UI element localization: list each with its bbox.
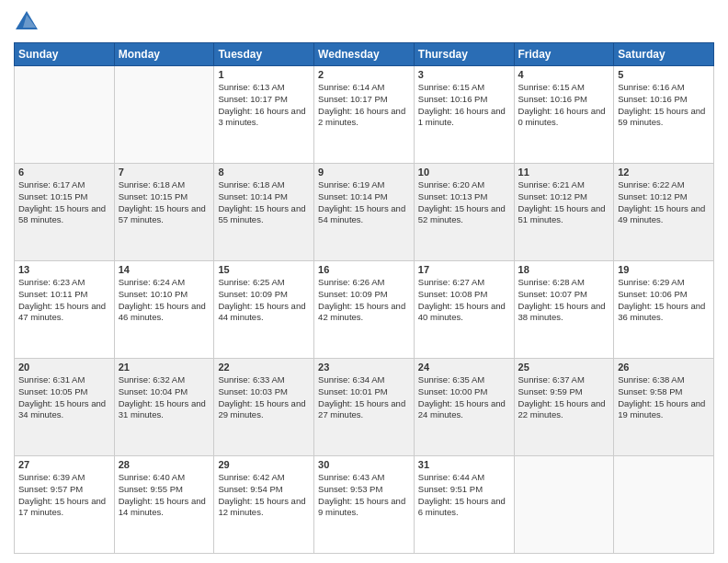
day-info: Sunrise: 6:37 AM Sunset: 9:59 PM Dayligh…	[518, 374, 610, 421]
day-cell	[614, 456, 714, 554]
calendar-table: SundayMondayTuesdayWednesdayThursdayFrid…	[14, 42, 714, 554]
weekday-wednesday: Wednesday	[314, 43, 415, 66]
weekday-saturday: Saturday	[614, 43, 714, 66]
day-info: Sunrise: 6:14 AM Sunset: 10:17 PM Daylig…	[318, 82, 410, 129]
day-cell: 8Sunrise: 6:18 AM Sunset: 10:14 PM Dayli…	[214, 164, 314, 261]
day-cell: 9Sunrise: 6:19 AM Sunset: 10:14 PM Dayli…	[314, 164, 415, 261]
day-info: Sunrise: 6:28 AM Sunset: 10:07 PM Daylig…	[518, 277, 610, 324]
day-info: Sunrise: 6:24 AM Sunset: 10:10 PM Daylig…	[119, 277, 210, 324]
day-info: Sunrise: 6:18 AM Sunset: 10:14 PM Daylig…	[218, 179, 310, 226]
day-cell: 22Sunrise: 6:33 AM Sunset: 10:03 PM Dayl…	[214, 359, 314, 456]
weekday-sunday: Sunday	[15, 43, 115, 66]
day-cell: 28Sunrise: 6:40 AM Sunset: 9:55 PM Dayli…	[114, 456, 214, 554]
weekday-monday: Monday	[114, 43, 214, 66]
day-cell: 7Sunrise: 6:18 AM Sunset: 10:15 PM Dayli…	[114, 164, 214, 261]
day-number: 23	[318, 362, 410, 373]
page: SundayMondayTuesdayWednesdayThursdayFrid…	[0, 0, 728, 563]
weekday-thursday: Thursday	[414, 43, 514, 66]
day-number: 12	[618, 167, 710, 178]
day-number: 27	[18, 459, 110, 470]
day-cell: 19Sunrise: 6:29 AM Sunset: 10:06 PM Dayl…	[614, 261, 714, 359]
day-number: 18	[518, 264, 610, 275]
day-info: Sunrise: 6:25 AM Sunset: 10:09 PM Daylig…	[218, 277, 310, 324]
day-info: Sunrise: 6:27 AM Sunset: 10:08 PM Daylig…	[418, 277, 510, 324]
week-row-3: 20Sunrise: 6:31 AM Sunset: 10:05 PM Dayl…	[15, 359, 714, 456]
day-cell	[114, 66, 214, 164]
logo-icon	[14, 9, 40, 35]
day-number: 9	[318, 167, 410, 178]
day-cell: 21Sunrise: 6:32 AM Sunset: 10:04 PM Dayl…	[114, 359, 214, 456]
day-cell: 1Sunrise: 6:13 AM Sunset: 10:17 PM Dayli…	[214, 66, 314, 164]
day-info: Sunrise: 6:32 AM Sunset: 10:04 PM Daylig…	[119, 374, 210, 421]
day-cell: 27Sunrise: 6:39 AM Sunset: 9:57 PM Dayli…	[15, 456, 115, 554]
day-number: 11	[518, 167, 610, 178]
day-number: 28	[119, 459, 210, 470]
day-number: 2	[318, 69, 410, 80]
day-number: 5	[618, 69, 710, 80]
day-cell	[514, 456, 614, 554]
day-info: Sunrise: 6:29 AM Sunset: 10:06 PM Daylig…	[618, 277, 710, 324]
day-number: 26	[618, 362, 710, 373]
day-number: 10	[418, 167, 510, 178]
day-cell: 31Sunrise: 6:44 AM Sunset: 9:51 PM Dayli…	[414, 456, 514, 554]
day-number: 6	[18, 167, 110, 178]
day-cell: 15Sunrise: 6:25 AM Sunset: 10:09 PM Dayl…	[214, 261, 314, 359]
day-cell: 10Sunrise: 6:20 AM Sunset: 10:13 PM Dayl…	[414, 164, 514, 261]
day-cell: 13Sunrise: 6:23 AM Sunset: 10:11 PM Dayl…	[15, 261, 115, 359]
logo	[14, 9, 41, 35]
day-cell: 17Sunrise: 6:27 AM Sunset: 10:08 PM Dayl…	[414, 261, 514, 359]
day-number: 4	[518, 69, 610, 80]
day-cell: 29Sunrise: 6:42 AM Sunset: 9:54 PM Dayli…	[214, 456, 314, 554]
day-info: Sunrise: 6:15 AM Sunset: 10:16 PM Daylig…	[418, 82, 510, 129]
day-info: Sunrise: 6:34 AM Sunset: 10:01 PM Daylig…	[318, 374, 410, 421]
day-number: 15	[218, 264, 310, 275]
weekday-header-row: SundayMondayTuesdayWednesdayThursdayFrid…	[15, 43, 714, 66]
day-cell: 4Sunrise: 6:15 AM Sunset: 10:16 PM Dayli…	[514, 66, 614, 164]
day-info: Sunrise: 6:23 AM Sunset: 10:11 PM Daylig…	[18, 277, 110, 324]
day-number: 13	[18, 264, 110, 275]
day-cell: 11Sunrise: 6:21 AM Sunset: 10:12 PM Dayl…	[514, 164, 614, 261]
day-info: Sunrise: 6:44 AM Sunset: 9:51 PM Dayligh…	[418, 472, 510, 519]
day-info: Sunrise: 6:43 AM Sunset: 9:53 PM Dayligh…	[318, 472, 410, 519]
day-number: 20	[18, 362, 110, 373]
day-cell: 16Sunrise: 6:26 AM Sunset: 10:09 PM Dayl…	[314, 261, 415, 359]
day-cell: 26Sunrise: 6:38 AM Sunset: 9:58 PM Dayli…	[614, 359, 714, 456]
week-row-1: 6Sunrise: 6:17 AM Sunset: 10:15 PM Dayli…	[15, 164, 714, 261]
day-number: 30	[318, 459, 410, 470]
day-info: Sunrise: 6:39 AM Sunset: 9:57 PM Dayligh…	[18, 472, 110, 519]
day-info: Sunrise: 6:38 AM Sunset: 9:58 PM Dayligh…	[618, 374, 710, 421]
day-cell: 23Sunrise: 6:34 AM Sunset: 10:01 PM Dayl…	[314, 359, 415, 456]
day-number: 1	[218, 69, 310, 80]
day-info: Sunrise: 6:13 AM Sunset: 10:17 PM Daylig…	[218, 82, 310, 129]
day-cell: 6Sunrise: 6:17 AM Sunset: 10:15 PM Dayli…	[15, 164, 115, 261]
day-cell: 14Sunrise: 6:24 AM Sunset: 10:10 PM Dayl…	[114, 261, 214, 359]
week-row-0: 1Sunrise: 6:13 AM Sunset: 10:17 PM Dayli…	[15, 66, 714, 164]
day-number: 7	[119, 167, 210, 178]
day-info: Sunrise: 6:40 AM Sunset: 9:55 PM Dayligh…	[119, 472, 210, 519]
weekday-tuesday: Tuesday	[214, 43, 314, 66]
day-info: Sunrise: 6:15 AM Sunset: 10:16 PM Daylig…	[518, 82, 610, 129]
day-info: Sunrise: 6:21 AM Sunset: 10:12 PM Daylig…	[518, 179, 610, 226]
day-cell: 5Sunrise: 6:16 AM Sunset: 10:16 PM Dayli…	[614, 66, 714, 164]
day-number: 8	[218, 167, 310, 178]
weekday-friday: Friday	[514, 43, 614, 66]
day-info: Sunrise: 6:19 AM Sunset: 10:14 PM Daylig…	[318, 179, 410, 226]
day-number: 3	[418, 69, 510, 80]
day-cell: 2Sunrise: 6:14 AM Sunset: 10:17 PM Dayli…	[314, 66, 415, 164]
day-cell	[15, 66, 115, 164]
day-info: Sunrise: 6:33 AM Sunset: 10:03 PM Daylig…	[218, 374, 310, 421]
day-number: 14	[119, 264, 210, 275]
day-number: 16	[318, 264, 410, 275]
day-number: 22	[218, 362, 310, 373]
day-number: 31	[418, 459, 510, 470]
day-number: 17	[418, 264, 510, 275]
day-info: Sunrise: 6:16 AM Sunset: 10:16 PM Daylig…	[618, 82, 710, 129]
week-row-4: 27Sunrise: 6:39 AM Sunset: 9:57 PM Dayli…	[15, 456, 714, 554]
day-cell: 3Sunrise: 6:15 AM Sunset: 10:16 PM Dayli…	[414, 66, 514, 164]
day-info: Sunrise: 6:35 AM Sunset: 10:00 PM Daylig…	[418, 374, 510, 421]
day-info: Sunrise: 6:42 AM Sunset: 9:54 PM Dayligh…	[218, 472, 310, 519]
day-cell: 18Sunrise: 6:28 AM Sunset: 10:07 PM Dayl…	[514, 261, 614, 359]
week-row-2: 13Sunrise: 6:23 AM Sunset: 10:11 PM Dayl…	[15, 261, 714, 359]
day-info: Sunrise: 6:18 AM Sunset: 10:15 PM Daylig…	[119, 179, 210, 226]
day-cell: 25Sunrise: 6:37 AM Sunset: 9:59 PM Dayli…	[514, 359, 614, 456]
